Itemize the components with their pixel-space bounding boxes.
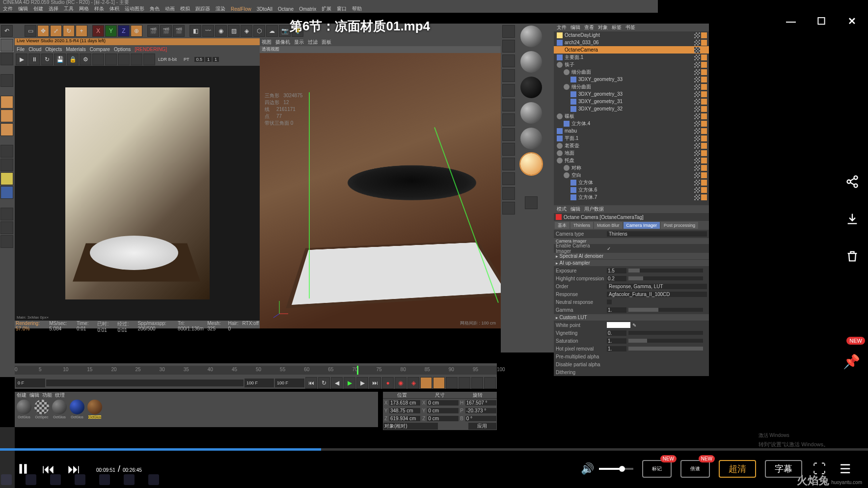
exposure-field[interactable]: 1.5	[607, 268, 626, 273]
exposure-slider[interactable]	[628, 269, 703, 272]
material-preview-sphere[interactable]	[520, 77, 542, 98]
gamma-field[interactable]: 1.	[607, 307, 626, 313]
tag-icon[interactable]	[701, 91, 707, 97]
material-slot[interactable]: OctGlos	[51, 400, 68, 419]
next-frame-icon[interactable]: ▶	[356, 377, 368, 389]
tag-icon[interactable]	[694, 69, 700, 75]
vp-menu-item[interactable]: 过滤	[308, 39, 318, 46]
material-slot[interactable]: OctGlos	[16, 400, 32, 419]
menu-item[interactable]: 角色	[150, 5, 160, 12]
menu-item[interactable]: 选择	[49, 5, 58, 12]
size-y-field[interactable]: 0 cm	[427, 408, 458, 413]
poly-mode-icon[interactable]	[0, 123, 13, 136]
lv-btn[interactable]	[143, 54, 155, 65]
y-axis-toggle[interactable]: Y	[105, 25, 117, 37]
tag-icon[interactable]	[694, 150, 700, 156]
menu-item[interactable]: 帮助	[352, 5, 362, 12]
material-slot[interactable]: OctGlos	[69, 400, 85, 419]
rotate-tool[interactable]: ↻	[63, 25, 75, 37]
lv-save-icon[interactable]: 💾	[54, 54, 66, 65]
workplane-icon[interactable]	[0, 159, 13, 171]
pos-y-field[interactable]: 348.75 cm	[389, 408, 420, 413]
camera-icon[interactable]: 📷	[279, 25, 291, 37]
snap-icon[interactable]	[0, 145, 13, 158]
attr-tab[interactable]: 编辑	[570, 206, 580, 213]
menu-item[interactable]: 渲染	[216, 5, 225, 12]
tag-icon[interactable]	[694, 32, 700, 38]
tag-icon[interactable]	[694, 128, 700, 134]
cmd-icon[interactable]	[502, 128, 515, 141]
cmd-icon[interactable]	[502, 143, 515, 156]
tag-icon[interactable]	[694, 165, 700, 171]
size-z-field[interactable]: 0 cm	[427, 416, 458, 421]
tag-icon[interactable]	[701, 150, 707, 156]
mark-button[interactable]: 标记NEW	[642, 460, 672, 478]
volume-icon[interactable]: ☁	[266, 25, 278, 37]
object-row[interactable]: 对称	[554, 164, 709, 171]
object-row[interactable]: 主要面.1	[554, 54, 709, 61]
hotpixel-field[interactable]: 1.	[607, 346, 626, 352]
menu-item[interactable]: 网格	[79, 5, 89, 12]
object-row[interactable]: 立方体.7	[554, 193, 709, 201]
tag-icon[interactable]	[701, 165, 707, 171]
tag-icon[interactable]	[694, 113, 700, 119]
tag-icon[interactable]	[701, 69, 707, 75]
object-row[interactable]: 立方体	[554, 179, 709, 186]
object-row[interactable]: 3DXY_geometry_33	[554, 76, 709, 83]
render-region-button[interactable]: 🎬	[160, 25, 172, 37]
start-frame-field[interactable]: 0 F	[16, 379, 45, 387]
tag-icon[interactable]	[694, 121, 700, 127]
tag-icon[interactable]	[701, 77, 707, 82]
lv-field[interactable]: 1	[213, 57, 219, 62]
end-frame-field[interactable]: 100 F	[275, 379, 304, 387]
quality-button[interactable]: 超清	[719, 460, 756, 478]
om-tab[interactable]: 对象	[598, 24, 608, 31]
tag-icon[interactable]	[701, 99, 707, 105]
maximize-button[interactable]: ☐	[815, 15, 828, 27]
viewport-canvas[interactable]: 三角形 3024875 四边形 12 线 2161171 点 77 带状三角面 …	[260, 53, 501, 328]
camera-type-dropdown[interactable]: Thinlens	[607, 231, 707, 237]
minimize-button[interactable]: —	[785, 15, 797, 27]
settings-icon[interactable]	[525, 196, 538, 209]
object-row[interactable]: 空白	[554, 171, 709, 179]
menu-item[interactable]: 体积	[109, 5, 119, 12]
lv-menu-item[interactable]: Compare	[90, 47, 110, 52]
object-row[interactable]: 老茶壶	[554, 142, 709, 149]
lv-play-icon[interactable]: ▶	[16, 54, 27, 65]
tag-icon[interactable]	[701, 136, 707, 141]
tag-icon[interactable]	[701, 194, 707, 200]
cmd-icon[interactable]	[502, 54, 515, 67]
field-icon[interactable]: ◈	[241, 25, 252, 37]
model-mode-icon[interactable]	[0, 39, 13, 52]
current-frame-field[interactable]: 100 F	[244, 379, 274, 387]
tag-icon[interactable]	[701, 128, 707, 134]
object-mode-icon[interactable]	[0, 53, 13, 65]
cmd-icon[interactable]	[502, 202, 515, 215]
object-row[interactable]: OctaneCamera	[554, 46, 709, 54]
apply-button[interactable]: 应用	[468, 423, 497, 430]
cmd-icon[interactable]	[502, 40, 515, 53]
om-tab[interactable]: 文件	[557, 24, 567, 31]
tag-icon[interactable]	[694, 91, 700, 97]
ldr-mode-dropdown[interactable]: LDR 8-bit	[158, 57, 177, 62]
tag-icon[interactable]	[694, 172, 700, 178]
size-x-field[interactable]: 0 cm	[427, 400, 458, 406]
render-preview[interactable]: Main: 3xMax 0px×	[15, 66, 260, 321]
tag-icon[interactable]	[701, 62, 707, 68]
material-preview-sphere[interactable]	[520, 153, 542, 175]
select-tool[interactable]: ▭	[25, 25, 36, 37]
video-progress-bar[interactable]	[0, 448, 868, 451]
material-slot[interactable]: OctGlos	[86, 400, 103, 419]
tag-icon[interactable]	[694, 54, 700, 60]
menu-item[interactable]: 扩展	[322, 5, 331, 12]
object-row[interactable]: 筷子	[554, 61, 709, 68]
tag-icon[interactable]	[701, 54, 707, 60]
goto-start-icon[interactable]: ⏮	[305, 377, 317, 389]
goto-end-icon[interactable]: ⏭	[369, 377, 381, 389]
tl-btn[interactable]	[433, 377, 445, 389]
tl-btn[interactable]	[446, 377, 458, 389]
tag-icon[interactable]	[694, 62, 700, 68]
cmd-icon[interactable]	[502, 99, 515, 111]
menu-item[interactable]: 模拟	[180, 5, 190, 12]
rot-p-field[interactable]: -20.373 °	[465, 408, 496, 413]
